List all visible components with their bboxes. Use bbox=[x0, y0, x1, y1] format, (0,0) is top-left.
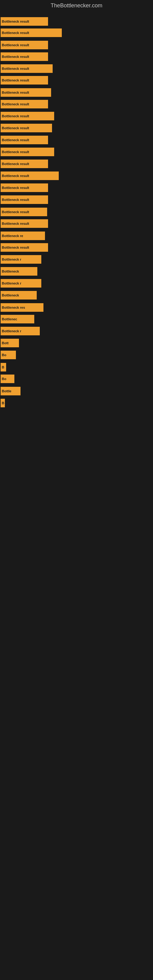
bottleneck-label: Bottleneck res bbox=[2, 305, 25, 309]
bottleneck-bar: Bottleneck result bbox=[1, 76, 48, 84]
bottleneck-label: Bottleneck result bbox=[2, 43, 29, 47]
bottleneck-bar: Bottleneck r bbox=[1, 255, 41, 264]
bottleneck-label: Bottleneck result bbox=[2, 162, 29, 166]
bottleneck-label: Bott bbox=[2, 341, 9, 345]
bottleneck-label: Bottleneck bbox=[2, 293, 19, 297]
bottleneck-label: Bottleneck result bbox=[2, 114, 29, 118]
bottleneck-bar: Bottleneck result bbox=[1, 243, 48, 252]
bottleneck-label: Bottle bbox=[2, 389, 11, 393]
bottleneck-bar: Bottleneck result bbox=[1, 159, 48, 168]
bottleneck-bar: Bottleneck result bbox=[1, 88, 51, 97]
bottleneck-label: Bottleneck result bbox=[2, 55, 29, 59]
bottleneck-label: Bottleneck result bbox=[2, 246, 29, 249]
bottleneck-label: Bottleneck result bbox=[2, 67, 29, 70]
bottleneck-bar: Bottleneck result bbox=[1, 124, 52, 132]
bottleneck-label: Bottleneck result bbox=[2, 91, 29, 94]
bottleneck-label: Bottleneck result bbox=[2, 102, 29, 106]
bottleneck-bar: Bottleneck result bbox=[1, 148, 54, 156]
bottleneck-bar: Bott bbox=[1, 339, 19, 347]
bottleneck-label: Bottleneck r bbox=[2, 329, 21, 333]
bottleneck-bar: Bottleneck result bbox=[1, 52, 48, 61]
bottleneck-bar: B bbox=[1, 363, 6, 371]
bottleneck-bar: Bottleneck bbox=[1, 267, 37, 275]
bottleneck-bar: Bottleneck result bbox=[1, 41, 48, 49]
bottleneck-label: Bottleneck result bbox=[2, 20, 29, 23]
bottleneck-bar: Bottleneck result bbox=[1, 29, 62, 37]
bottleneck-bar: Bottleneck result bbox=[1, 64, 53, 73]
bottleneck-label: Bottleneck re bbox=[2, 234, 23, 238]
bottleneck-label: Bottleneck result bbox=[2, 126, 29, 130]
bottleneck-label: Bottleneck result bbox=[2, 198, 29, 202]
bottleneck-label: B bbox=[2, 365, 4, 369]
bottleneck-bar: Bottle bbox=[1, 387, 21, 395]
bottleneck-bar: Bottleneck result bbox=[1, 208, 47, 216]
bottleneck-bar: Bottleneck re bbox=[1, 232, 45, 240]
bottleneck-label: Bottleneck result bbox=[2, 150, 29, 154]
bottleneck-bar: Bottleneck result bbox=[1, 219, 48, 228]
bottleneck-label: B bbox=[2, 401, 4, 405]
bottleneck-label: Bottleneck result bbox=[2, 78, 29, 82]
bottleneck-label: Bottleneck r bbox=[2, 282, 21, 285]
bottleneck-bar: Bo bbox=[1, 375, 14, 383]
bottleneck-label: Bottlenec bbox=[2, 317, 17, 321]
bottleneck-label: Bottleneck result bbox=[2, 210, 29, 214]
bottleneck-bar: Bottleneck result bbox=[1, 172, 59, 180]
chart-area: Bottleneck resultBottleneck resultBottle… bbox=[0, 12, 153, 976]
bottleneck-bar: B bbox=[1, 399, 5, 407]
bottleneck-bar: Bottleneck result bbox=[1, 196, 48, 204]
bottleneck-bar: Bottleneck res bbox=[1, 303, 43, 312]
bottleneck-bar: Bottleneck bbox=[1, 291, 37, 299]
bottleneck-bar: Bottleneck r bbox=[1, 279, 41, 288]
bottleneck-bar: Bo bbox=[1, 351, 16, 359]
bottleneck-label: Bottleneck result bbox=[2, 174, 29, 178]
bottleneck-label: Bottleneck result bbox=[2, 138, 29, 142]
bottleneck-bar: Bottleneck result bbox=[1, 100, 48, 108]
bottleneck-bar: Bottlenec bbox=[1, 315, 34, 323]
bottleneck-bar: Bottleneck result bbox=[1, 17, 48, 26]
bottleneck-label: Bottleneck result bbox=[2, 186, 29, 189]
bottleneck-bar: Bottleneck result bbox=[1, 183, 48, 192]
bottleneck-label: Bo bbox=[2, 377, 6, 381]
bottleneck-label: Bottleneck bbox=[2, 269, 19, 273]
bottleneck-label: Bottleneck result bbox=[2, 31, 29, 35]
bottleneck-label: Bo bbox=[2, 353, 6, 357]
bottleneck-label: Bottleneck result bbox=[2, 222, 29, 225]
bottleneck-bar: Bottleneck result bbox=[1, 112, 54, 120]
bottleneck-label: Bottleneck r bbox=[2, 258, 21, 261]
site-title: TheBottlenecker.com bbox=[0, 0, 153, 10]
bottleneck-bar: Bottleneck result bbox=[1, 136, 48, 144]
bottleneck-bar: Bottleneck r bbox=[1, 327, 40, 335]
